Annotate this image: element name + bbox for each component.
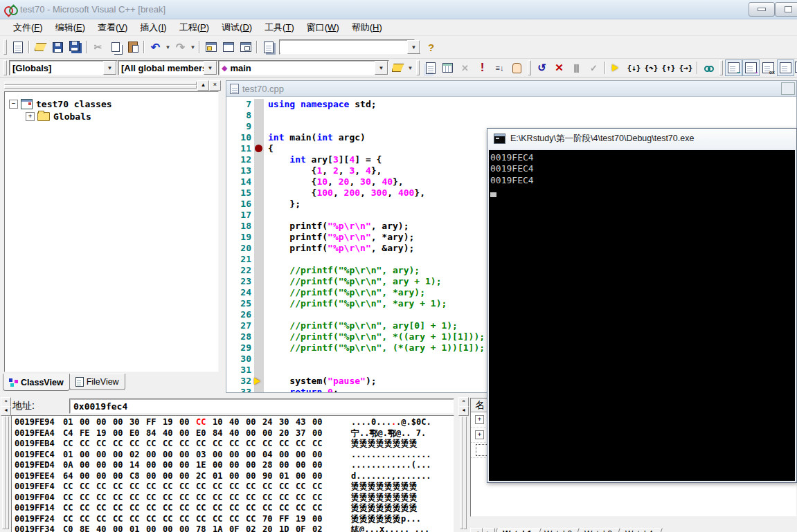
quick-watch-button[interactable] (700, 59, 717, 76)
menu-item[interactable]: 插入(I) (134, 20, 172, 35)
gutter-margin[interactable] (254, 387, 264, 392)
memory-hex-dump[interactable]: 0019FE940100000030FF1900CC10400024304300… (11, 415, 454, 532)
show-next-statement-button[interactable] (608, 59, 625, 76)
tab-scroll-left-icon[interactable]: ◀ (470, 528, 483, 532)
gutter-margin[interactable] (254, 365, 264, 376)
run-to-cursor-button[interactable]: {→} (677, 59, 695, 76)
find-combo[interactable]: ▼ (279, 39, 415, 55)
menu-item[interactable]: 工具(T) (258, 20, 301, 35)
menu-item[interactable]: 编辑(E) (49, 20, 91, 35)
menu-item[interactable]: 调试(D) (215, 20, 258, 35)
editor-window-button[interactable] (781, 82, 795, 95)
close-icon[interactable]: × (458, 397, 469, 407)
apply-code-changes-button[interactable]: ✓ (585, 59, 602, 76)
memory-row[interactable]: 0019FED40A000000140000001E00000028000000… (15, 460, 454, 471)
minimize-button[interactable] (749, 2, 775, 17)
search-help-button[interactable]: ? (422, 39, 440, 55)
workspace-dock-handle[interactable]: ▴ × (3, 80, 222, 90)
dropdown-arrow-icon[interactable]: ▼ (189, 39, 197, 55)
gutter-margin[interactable] (254, 320, 264, 331)
gutter-margin[interactable] (254, 221, 264, 232)
gutter-margin[interactable] (254, 210, 264, 221)
gutter-margin[interactable] (254, 110, 264, 121)
memory-row[interactable]: 0019FF04CCCCCCCCCCCCCCCCCCCCCCCCCCCCCCCC… (15, 493, 454, 504)
tab-scroll-right-icon[interactable]: ▶ (483, 528, 495, 532)
stop-debugging-button[interactable]: ✕ (550, 59, 568, 76)
menu-item[interactable]: 窗口(W) (301, 20, 346, 35)
undo-button[interactable]: ↶ (147, 39, 164, 55)
close-icon[interactable]: × (1, 397, 11, 407)
memory-row[interactable]: 0019FEA4C4FE1900E0844000E084400000203700… (15, 428, 454, 439)
chevron-down-icon[interactable]: ▼ (375, 61, 388, 75)
find-input[interactable] (280, 42, 407, 53)
function-combo[interactable]: ◆ main ▼ (218, 60, 389, 75)
tab-fileview[interactable]: FileView (69, 374, 125, 390)
breakpoints-button[interactable]: ≡↓ (491, 59, 508, 76)
open-file-button[interactable] (32, 39, 49, 55)
watch-dock-handle[interactable]: × ◂ (458, 396, 468, 532)
step-out-button[interactable]: {↑} (660, 59, 677, 76)
gutter-margin[interactable] (254, 143, 264, 154)
menu-item[interactable]: 查看(V) (91, 20, 134, 35)
watch-window-button[interactable] (725, 59, 742, 76)
save-all-button[interactable] (66, 39, 84, 55)
gutter-margin[interactable] (254, 199, 264, 210)
stop-build-button[interactable]: ✕ (456, 59, 474, 76)
break-button[interactable]: ▐▌ (568, 59, 585, 76)
cut-button[interactable]: ✂ (89, 39, 107, 55)
gutter-margin[interactable] (254, 243, 264, 254)
members-combo[interactable]: [All global members ▼ (118, 60, 218, 75)
code-line[interactable]: 7using namespace std; (226, 99, 796, 110)
dropdown-arrow-icon[interactable]: ▼ (164, 39, 172, 55)
tab-watch1[interactable]: Watch1 (493, 528, 541, 532)
variables-window-button[interactable] (742, 59, 760, 76)
editor-title-bar[interactable]: test70.cpp (226, 81, 796, 97)
class-combo[interactable]: [Globals] ▼ (9, 60, 118, 75)
gutter-margin[interactable] (254, 254, 264, 265)
wizard-actions-button[interactable] (389, 59, 406, 76)
gutter-margin[interactable] (254, 287, 264, 298)
expand-icon[interactable]: + (26, 112, 35, 121)
execute-program-button[interactable]: ! (474, 59, 491, 76)
gutter-margin[interactable] (254, 132, 264, 143)
dock-collapse-icon[interactable]: ◂ (1, 406, 11, 416)
gutter-margin[interactable] (254, 176, 264, 187)
window-list-button[interactable] (237, 39, 254, 55)
tree-row-root[interactable]: − test70 classes (5, 98, 218, 110)
redo-button[interactable]: ↷ (172, 39, 189, 55)
console-title-bar[interactable]: E:\KRstudy\第一阶段\4\test70\Debug\test70.ex… (487, 129, 796, 149)
step-over-button[interactable]: {↷} (643, 59, 660, 76)
menu-item[interactable]: 帮助(H) (346, 20, 388, 35)
find-in-files-button[interactable] (260, 39, 277, 55)
memory-row[interactable]: 0019FE940100000030FF1900CC10400024304300… (15, 417, 454, 428)
chevron-down-icon[interactable]: ▼ (204, 61, 217, 75)
memory-dock-handle[interactable]: × ◂ (0, 396, 10, 532)
restart-button[interactable]: ↺ (533, 59, 550, 76)
console-window[interactable]: E:\KRstudy\第一阶段\4\test70\Debug\test70.ex… (487, 128, 797, 483)
dock-minimize-button[interactable]: ▴ (197, 80, 209, 91)
tab-watch4[interactable]: Watch4 (616, 528, 663, 532)
gutter-margin[interactable] (254, 298, 264, 309)
gutter-margin[interactable] (254, 232, 264, 243)
gutter-margin[interactable] (254, 165, 264, 176)
toggle-output-button[interactable] (220, 39, 237, 55)
dropdown-arrow-icon[interactable]: ▼ (406, 59, 414, 76)
gutter-margin[interactable] (254, 265, 264, 276)
dock-collapse-icon[interactable]: ◂ (458, 406, 469, 416)
tab-watch3[interactable]: Watch3 (575, 528, 623, 532)
compile-button[interactable] (422, 59, 439, 76)
expand-icon[interactable]: + (475, 430, 484, 439)
copy-button[interactable] (107, 39, 124, 55)
address-input[interactable] (69, 398, 454, 414)
code-line[interactable]: 8 (226, 110, 796, 121)
step-into-button[interactable]: {↓} (625, 59, 643, 76)
gutter-margin[interactable] (254, 376, 264, 387)
gutter-margin[interactable] (254, 342, 264, 354)
collapse-icon[interactable]: − (9, 100, 18, 109)
gutter-margin[interactable] (254, 187, 264, 199)
gutter-margin[interactable] (254, 154, 264, 165)
gutter-margin[interactable] (254, 99, 264, 110)
memory-row[interactable]: 0019FF34C08E400001000000781A0F02201D0F02… (15, 524, 454, 532)
gutter-margin[interactable] (254, 276, 264, 287)
call-stack-window-button[interactable] (794, 59, 797, 76)
